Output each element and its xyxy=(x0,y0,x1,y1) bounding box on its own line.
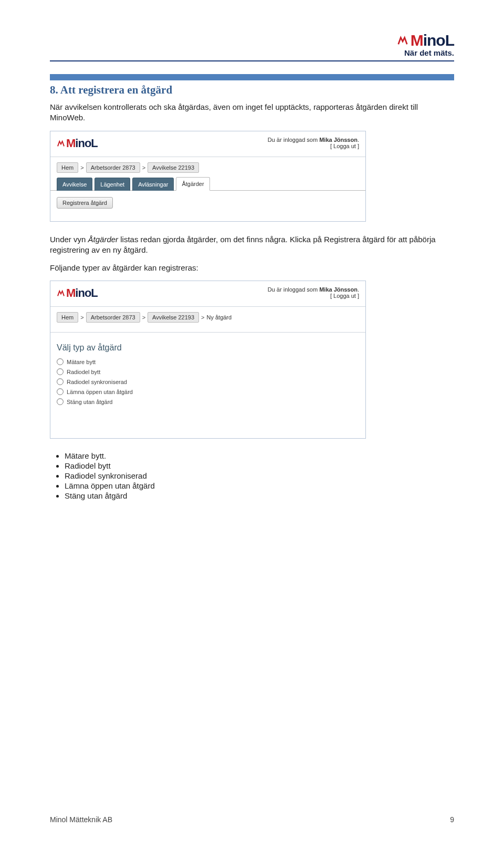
footer-page-number: 9 xyxy=(450,815,454,824)
tab-avlasningar[interactable]: Avläsningar xyxy=(132,178,174,191)
chevron-right-icon: > xyxy=(80,164,83,171)
radio-icon xyxy=(57,368,64,375)
screenshot-ny-atgard: MinoL Du är inloggad som Mika Jönsson. [… xyxy=(50,281,366,439)
breadcrumb-item[interactable]: Avvikelse 22193 xyxy=(148,162,199,173)
panel-title: Välj typ av åtgärd xyxy=(57,343,359,353)
radio-label: Radiodel synkroniserad xyxy=(67,379,127,385)
list-item: Radiodel bytt xyxy=(65,461,454,470)
radio-label: Stäng utan åtgärd xyxy=(67,399,112,405)
section-para-2: Under vyn Åtgärder listas redan gjorda å… xyxy=(50,234,454,256)
radio-option[interactable]: Stäng utan åtgärd xyxy=(57,397,359,407)
radio-icon xyxy=(57,378,64,385)
page-footer: Minol Mätteknik AB 9 xyxy=(50,815,454,824)
login-status: Du är inloggad som Mika Jönsson. [ Logga… xyxy=(268,286,359,299)
brand-mark-icon xyxy=(397,35,408,46)
chevron-right-icon: > xyxy=(80,314,83,320)
chevron-right-icon: > xyxy=(142,164,145,171)
radio-option[interactable]: Radiodel synkroniserad xyxy=(57,377,359,387)
action-type-list: Mätare bytt. Radiodel bytt Radiodel synk… xyxy=(65,451,454,500)
app-logo: MinoL xyxy=(57,286,98,300)
section-bar xyxy=(50,74,454,80)
list-item: Lämna öppen utan åtgärd xyxy=(65,481,454,490)
breadcrumb-item[interactable]: Hem xyxy=(57,162,78,173)
radio-label: Mätare bytt xyxy=(67,359,96,365)
list-item: Stäng utan åtgärd xyxy=(65,491,454,500)
radio-option[interactable]: Mätare bytt xyxy=(57,357,359,367)
radio-icon xyxy=(57,398,64,405)
app-brand-name: MinoL xyxy=(66,286,98,300)
brand-rest: inoL xyxy=(423,32,454,49)
chevron-right-icon: > xyxy=(142,314,145,320)
logout-link[interactable]: [ Logga ut ] xyxy=(330,143,359,149)
radio-icon xyxy=(57,388,64,395)
breadcrumb-item[interactable]: Arbetsorder 2873 xyxy=(86,162,140,173)
tab-bar: Avvikelse Lägenhet Avläsningar Åtgärder xyxy=(50,176,365,191)
breadcrumb-item[interactable]: Hem xyxy=(57,312,78,323)
breadcrumb-item[interactable]: Avvikelse 22193 xyxy=(148,312,199,323)
section-heading: 8. Att registrera en åtgärd xyxy=(50,84,454,97)
login-status: Du är inloggad som Mika Jönsson. [ Logga… xyxy=(268,137,359,149)
brand-mark-icon xyxy=(57,139,65,148)
section-para-3: Följande typer av åtgärder kan registrer… xyxy=(50,263,454,273)
radio-icon xyxy=(57,358,64,365)
footer-company: Minol Mätteknik AB xyxy=(50,815,112,824)
app-brand-name: MinoL xyxy=(66,137,98,150)
list-item: Radiodel synkroniserad xyxy=(65,471,454,480)
brand-name: MinoL xyxy=(411,32,454,49)
radio-label: Lämna öppen utan åtgärd xyxy=(67,389,133,395)
radio-option[interactable]: Radiodel bytt xyxy=(57,367,359,377)
radio-option[interactable]: Lämna öppen utan åtgärd xyxy=(57,387,359,397)
breadcrumb: Hem > Arbetsorder 2873 > Avvikelse 22193… xyxy=(50,310,365,326)
doc-header: MinoL När det mäts. xyxy=(50,32,454,61)
section-para-1: När avvikelsen kontrollerats och ska åtg… xyxy=(50,102,454,123)
logout-link[interactable]: [ Logga ut ] xyxy=(330,293,359,299)
tab-avvikelse[interactable]: Avvikelse xyxy=(57,178,92,191)
breadcrumb-item[interactable]: Arbetsorder 2873 xyxy=(86,312,140,323)
brand-red: M xyxy=(411,32,423,49)
breadcrumb: Hem > Arbetsorder 2873 > Avvikelse 22193 xyxy=(50,160,365,176)
radio-label: Radiodel bytt xyxy=(67,369,100,375)
brand-tagline: När det mäts. xyxy=(404,48,454,57)
login-prefix: Du är inloggad som xyxy=(268,137,319,143)
screenshot-atgarder-tab: MinoL Du är inloggad som Mika Jönsson. [… xyxy=(50,131,366,222)
app-logo: MinoL xyxy=(57,137,98,150)
tab-atgarder[interactable]: Åtgärder xyxy=(176,177,209,191)
login-username: Mika Jönsson xyxy=(319,137,358,143)
chevron-right-icon: > xyxy=(201,314,204,320)
brand-mark-icon xyxy=(57,289,65,297)
tab-lagenhet[interactable]: Lägenhet xyxy=(94,178,130,191)
breadcrumb-current: Ny åtgärd xyxy=(206,314,232,320)
list-item: Mätare bytt. xyxy=(65,451,454,460)
registrera-atgard-button[interactable]: Registrera åtgärd xyxy=(57,197,113,209)
brand-block: MinoL När det mäts. xyxy=(397,32,454,57)
